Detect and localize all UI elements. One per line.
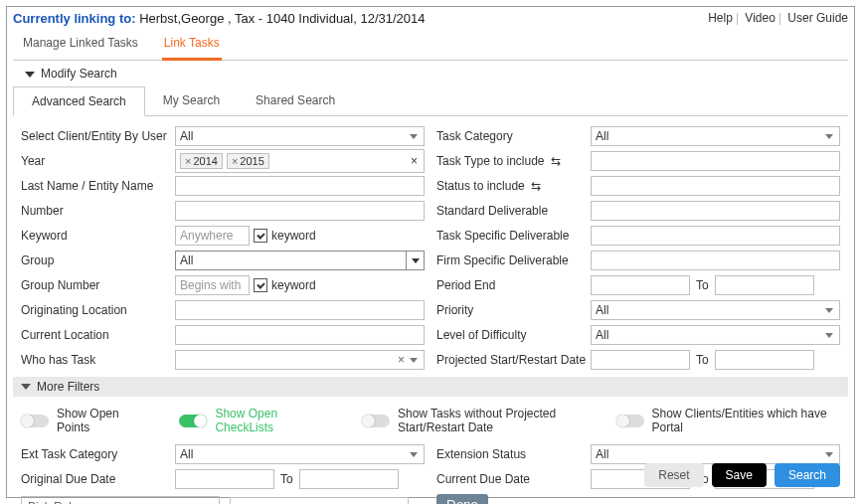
group-select[interactable]: All (175, 251, 425, 270)
left-column: Select Client/Entity By UserAll Year×201… (21, 124, 425, 373)
label-difficulty: Level of Difficulty (436, 328, 591, 342)
label-priority: Priority (436, 303, 591, 317)
projected-to[interactable] (715, 350, 814, 370)
help-links: Help| Video| User Guide (708, 11, 848, 25)
label-curr-location: Current Location (21, 328, 175, 342)
search-subtabs: Advanced Search My Search Shared Search (13, 86, 848, 116)
roles-value-input[interactable] (230, 497, 409, 504)
search-button[interactable]: Search (775, 463, 840, 487)
label-task-deliverable: Task Specific Deliverable (436, 229, 591, 243)
select-user-dropdown[interactable]: All (175, 126, 425, 146)
to-label: To (696, 278, 709, 292)
reset-button[interactable]: Reset (644, 463, 703, 487)
toggle-open-checklists[interactable] (179, 415, 207, 427)
label-std-deliverable: Standard Deliverable (436, 204, 591, 218)
main-tabs: Manage Linked Tasks Link Tasks (13, 30, 848, 61)
period-end-from[interactable] (591, 275, 690, 295)
toggle-no-projected[interactable] (362, 415, 390, 427)
save-button[interactable]: Save (712, 463, 767, 487)
swap-icon[interactable]: ⇆ (551, 154, 561, 168)
task-category-select[interactable]: All (591, 126, 840, 146)
chevron-down-icon (21, 384, 31, 390)
label-no-projected: Show Tasks without Projected Start/Resta… (398, 407, 587, 434)
ext-status-select[interactable]: All (591, 444, 840, 464)
modify-search-toggle[interactable]: Modify Search (13, 61, 848, 86)
groupnum-mode-caret[interactable] (254, 278, 267, 292)
clear-who-icon[interactable]: × (398, 353, 405, 367)
pick-roles-select[interactable]: Pick Roles...▾ (21, 496, 220, 504)
label-keyword: Keyword (21, 229, 175, 243)
label-last-name: Last Name / Entity Name (21, 179, 175, 193)
orig-due-to[interactable] (299, 469, 399, 489)
task-type-input[interactable] (591, 151, 840, 171)
label-period-end: Period End (436, 278, 591, 292)
label-select-user: Select Client/Entity By User (21, 129, 175, 143)
who-has-task-select[interactable] (175, 350, 425, 370)
groupnum-mode-select[interactable]: Begins with (175, 275, 250, 295)
firm-deliverable-input[interactable] (591, 251, 840, 270)
task-deliverable-input[interactable] (591, 226, 840, 246)
number-input[interactable] (175, 201, 425, 221)
more-filters-bar[interactable]: More Filters (13, 377, 848, 397)
label-group: Group (21, 253, 175, 267)
projected-from[interactable] (591, 350, 690, 370)
toggle-portal[interactable] (616, 415, 644, 427)
orig-location-input[interactable] (175, 300, 425, 320)
curr-location-input[interactable] (175, 325, 425, 345)
label-status: Status to include⇆ (436, 179, 591, 193)
label-year: Year (21, 154, 175, 168)
tab-link-tasks[interactable]: Link Tasks (162, 30, 222, 61)
label-projected-date: Projected Start/Restart Date (436, 353, 591, 367)
last-name-input[interactable] (175, 176, 425, 196)
keyword-hint: keyword (271, 229, 316, 243)
label-portal: Show Clients/Entities which have Portal (652, 407, 841, 434)
groupnum-hint: keyword (271, 278, 316, 292)
std-deliverable-input[interactable] (591, 201, 840, 221)
year-chip-2015[interactable]: ×2015 (227, 153, 269, 169)
priority-select[interactable]: All (591, 300, 840, 320)
to-label: To (696, 353, 709, 367)
subtab-shared-search[interactable]: Shared Search (238, 86, 353, 115)
year-input[interactable]: ×2014×2015× (175, 149, 425, 173)
linking-header: Currently linking to: Herbst,George , Ta… (13, 11, 426, 26)
ext-category-select[interactable]: All (175, 444, 425, 464)
difficulty-select[interactable]: All (591, 325, 840, 345)
clear-years-icon[interactable]: × (411, 154, 418, 168)
label-open-points: Show Open Points (57, 407, 149, 434)
video-link[interactable]: Video (745, 11, 775, 25)
tab-manage-linked-tasks[interactable]: Manage Linked Tasks (21, 30, 140, 60)
toggle-open-points[interactable] (21, 415, 49, 427)
link-tasks-panel: Currently linking to: Herbst,George , Ta… (6, 6, 855, 498)
period-end-to[interactable] (715, 275, 814, 295)
year-chip-2014[interactable]: ×2014 (180, 153, 223, 169)
help-link[interactable]: Help (708, 11, 733, 25)
label-task-type: Task Type to include⇆ (436, 154, 591, 168)
to-label: To (280, 472, 293, 486)
label-task-category: Task Category (436, 129, 591, 143)
keyword-mode-caret[interactable] (254, 229, 267, 243)
right-column: Task CategoryAll Task Type to include⇆ S… (436, 124, 840, 373)
user-guide-link[interactable]: User Guide (787, 11, 848, 25)
done-button[interactable]: Done (436, 494, 488, 505)
subtab-advanced-search[interactable]: Advanced Search (13, 86, 145, 116)
label-number: Number (21, 204, 175, 218)
label-who-has-task: Who has Task (21, 353, 175, 367)
label-open-checklists: Show Open CheckLists (215, 407, 332, 434)
swap-icon[interactable]: ⇆ (531, 179, 541, 193)
label-orig-location: Originating Location (21, 303, 175, 317)
status-input[interactable] (591, 176, 840, 196)
subtab-my-search[interactable]: My Search (145, 86, 238, 115)
keyword-mode-select[interactable]: Anywhere (175, 226, 250, 246)
label-ext-category: Ext Task Category (21, 447, 175, 461)
label-group-number: Group Number (21, 278, 175, 292)
label-ext-status: Extension Status (436, 447, 591, 461)
chevron-down-icon: ▾ (207, 500, 213, 504)
label-curr-due: Current Due Date (436, 472, 591, 486)
label-firm-deliverable: Firm Specific Deliverable (436, 253, 591, 267)
label-orig-due: Original Due Date (21, 472, 175, 486)
footer-buttons: Reset Save Search (644, 463, 840, 487)
chevron-down-icon (25, 72, 35, 78)
orig-due-from[interactable] (175, 469, 274, 489)
